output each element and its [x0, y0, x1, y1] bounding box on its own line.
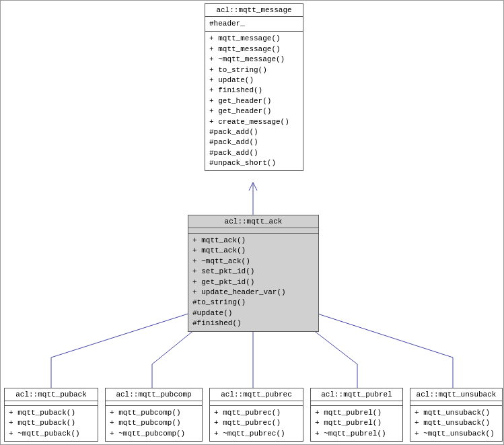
mqtt-unsuback-title: acl::mqtt_unsuback [410, 388, 502, 401]
mqtt-unsuback-sep [410, 401, 502, 406]
mqtt-pubrel-title: acl::mqtt_pubrel [311, 388, 402, 401]
mqtt-message-methods: + mqtt_message() + mqtt_message() + ~mqt… [205, 32, 303, 170]
class-mqtt-pubrel: acl::mqtt_pubrel + mqtt_pubrel() + mqtt_… [310, 388, 403, 442]
class-mqtt-ack: acl::mqtt_ack + mqtt_ack() + mqtt_ack() … [188, 215, 319, 332]
mqtt-message-title: acl::mqtt_message [205, 4, 303, 17]
mqtt-pubrec-methods: + mqtt_pubrec() + mqtt_pubrec() + ~mqtt_… [210, 406, 303, 441]
mqtt-pubrel-sep [311, 401, 402, 406]
mqtt-message-attributes: #header_ [205, 17, 303, 32]
svg-line-9 [297, 307, 453, 357]
class-mqtt-message: acl::mqtt_message #header_ + mqtt_messag… [205, 3, 303, 171]
mqtt-puback-sep [5, 401, 98, 406]
mqtt-pubcomp-title: acl::mqtt_pubcomp [106, 388, 202, 401]
mqtt-unsuback-methods: + mqtt_unsuback() + mqtt_unsuback() + ~m… [410, 406, 502, 441]
mqtt-ack-attributes [188, 228, 318, 234]
mqtt-ack-title: acl::mqtt_ack [188, 215, 318, 228]
class-mqtt-pubrec: acl::mqtt_pubrec + mqtt_pubrec() + mqtt_… [209, 388, 303, 442]
svg-line-2 [51, 307, 209, 357]
class-mqtt-pubcomp: acl::mqtt_pubcomp + mqtt_pubcomp() + mqt… [105, 388, 203, 442]
uml-diagram: acl::mqtt_message #header_ + mqtt_messag… [0, 0, 504, 445]
mqtt-pubcomp-methods: + mqtt_pubcomp() + mqtt_pubcomp() + ~mqt… [106, 406, 202, 441]
mqtt-pubcomp-sep [106, 401, 202, 406]
mqtt-puback-title: acl::mqtt_puback [5, 388, 98, 401]
mqtt-pubrec-sep [210, 401, 303, 406]
class-mqtt-unsuback: acl::mqtt_unsuback + mqtt_unsuback() + m… [410, 388, 503, 442]
mqtt-pubrel-methods: + mqtt_pubrel() + mqtt_pubrel() + ~mqtt_… [311, 406, 402, 441]
mqtt-pubrec-title: acl::mqtt_pubrec [210, 388, 303, 401]
class-mqtt-puback: acl::mqtt_puback + mqtt_puback() + mqtt_… [4, 388, 98, 442]
mqtt-ack-methods: + mqtt_ack() + mqtt_ack() + ~mqtt_ack() … [188, 234, 318, 331]
mqtt-puback-methods: + mqtt_puback() + mqtt_puback() + ~mqtt_… [5, 406, 98, 441]
